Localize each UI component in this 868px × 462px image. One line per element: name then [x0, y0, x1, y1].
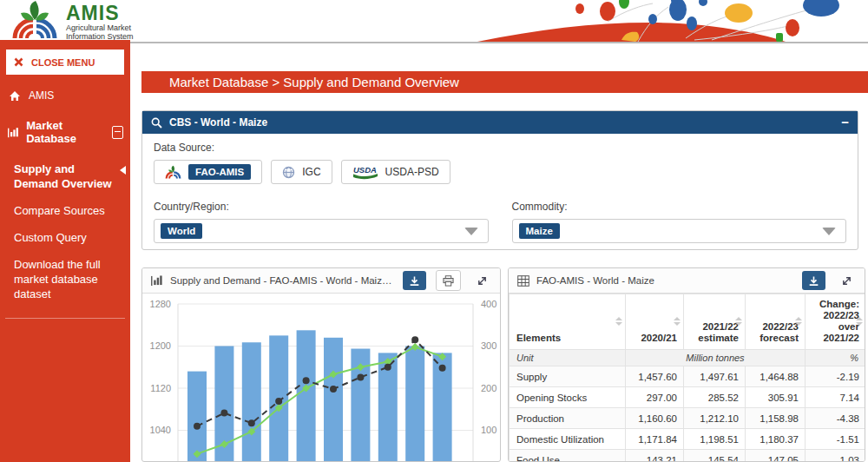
expand-table-button[interactable] [835, 271, 858, 290]
sort-icon[interactable] [856, 317, 863, 326]
value-cell: 147.05 [746, 450, 806, 462]
active-item-arrow-icon [120, 166, 126, 175]
source-button-usda-psd[interactable]: USDA USDA-PSD [341, 160, 450, 184]
sidebar-item-label: Download the full market database datase… [14, 258, 101, 300]
table-header-row: Elements2020/212021/22estimate2022/23for… [510, 294, 866, 350]
table-row: Production1,160.601,212.101,158.98-4.38 [510, 408, 866, 429]
value-cell: -1.51 [806, 429, 866, 450]
sidebar-item-amis[interactable]: AMIS [0, 82, 130, 109]
value-cell: 145.54 [684, 450, 746, 462]
chart-panel: Supply and Demand - FAO-AMIS - World - M… [141, 267, 501, 462]
element-name-cell: Opening Stocks [510, 387, 626, 408]
close-menu-button[interactable]: CLOSE MENU [6, 50, 124, 75]
download-icon [808, 275, 819, 287]
search-icon [151, 117, 162, 129]
sort-icon[interactable] [674, 317, 681, 326]
dashed-line-marker [411, 336, 418, 343]
sidebar-item-label: Custom Query [14, 231, 87, 244]
printer-icon [443, 275, 454, 287]
unit-change-cell: % [806, 350, 866, 366]
element-name-cell: Supply [510, 366, 626, 387]
unit-label-cell: Unit [510, 350, 626, 366]
left-axis-tick-label: 1200 [150, 340, 171, 351]
sidebar-item-label: Compare Sources [14, 204, 105, 217]
sidebar-item-label: AMIS [29, 89, 54, 102]
column-header[interactable]: 2021/22estimate [684, 294, 746, 350]
value-cell: 1,158.98 [746, 408, 806, 429]
right-axis-tick-label: 300 [481, 340, 496, 351]
sidebar-divider [5, 318, 125, 319]
value-cell: 143.21 [626, 450, 684, 462]
sort-icon[interactable] [735, 317, 742, 326]
bar [187, 372, 207, 462]
amis-logo[interactable]: AMIS Agricultural Market Information Sys… [10, 1, 134, 41]
column-header[interactable]: 2022/23forecast [746, 294, 806, 350]
commodity-select[interactable]: Maize [512, 219, 847, 243]
bar [242, 342, 261, 462]
column-header[interactable]: Change:2022/23over2021/22 [806, 294, 866, 350]
left-axis-tick-label: 1280 [150, 299, 171, 309]
country-region-select[interactable]: World [154, 219, 489, 243]
sort-icon[interactable] [615, 317, 622, 326]
logo-subtitle-1: Agricultural Market [66, 23, 134, 32]
amis-market-database-page: AMIS Agricultural Market Information Sys… [0, 0, 868, 462]
sidebar-item-supply-and-demand-overview[interactable]: Supply and Demand Overview [0, 155, 130, 197]
commodity-selected-badge: Maize [519, 223, 560, 239]
expand-icon [841, 275, 852, 287]
print-chart-button[interactable] [436, 270, 461, 291]
dashed-line-marker [303, 377, 310, 384]
data-source-buttons: FAO-AMIS IGC USDA USDA- [154, 160, 846, 184]
filter-panel-header: CBS - World - Maize − [142, 111, 858, 134]
unit-value-cell: Million tonnes [626, 350, 806, 366]
value-cell: -4.38 [806, 408, 866, 429]
collapse-section-icon[interactable] [112, 126, 123, 139]
data-source-label: Data Source: [154, 142, 846, 154]
element-name-cell: Food Use [510, 450, 626, 462]
bar-chart-icon [8, 127, 19, 138]
expand-chart-button[interactable] [470, 271, 494, 290]
value-cell: 1,160.60 [626, 408, 684, 429]
sidebar: CLOSE MENU AMIS Market Database Supply a… [0, 40, 130, 462]
svg-text:USDA: USDA [353, 165, 377, 175]
chevron-down-icon [822, 228, 836, 235]
table-body: Supply1,457.601,497.611,464.88-2.19Openi… [510, 366, 866, 462]
bar [324, 338, 343, 462]
download-chart-button[interactable] [403, 271, 426, 290]
column-header[interactable]: Elements [510, 294, 626, 350]
chart-panel-header: Supply and Demand - FAO-AMIS - World - M… [142, 268, 500, 294]
collapse-panel-icon[interactable]: − [841, 116, 849, 129]
value-cell: 1,464.88 [746, 366, 806, 387]
filter-panel-body: Data Source: FAO-AMIS [142, 134, 858, 243]
source-label: USDA-PSD [385, 166, 439, 178]
dashed-line-marker [194, 423, 201, 430]
breadcrumb: Market Database > Supply and Demand Over… [141, 71, 868, 93]
sidebar-item-market-database[interactable]: Market Database [0, 109, 130, 154]
left-axis-tick-label: 1120 [150, 383, 171, 393]
right-axis-tick-label: 100 [481, 425, 496, 435]
sidebar-item-custom-query[interactable]: Custom Query [0, 224, 130, 251]
usda-logo-icon: USDA [352, 165, 378, 180]
close-menu-label: CLOSE MENU [31, 57, 95, 68]
table-icon [517, 275, 529, 287]
chevron-down-icon [464, 228, 478, 235]
table-panel-title: FAO-AMIS - World - Maize [536, 275, 795, 286]
download-icon [409, 275, 420, 287]
table-row: Domestic Utilization1,171.841,198.511,18… [510, 429, 866, 450]
column-header[interactable]: 2020/21 [626, 294, 684, 350]
sort-icon[interactable] [795, 317, 802, 326]
right-axis-tick-label: 200 [481, 383, 496, 393]
sidebar-item-compare-sources[interactable]: Compare Sources [0, 197, 130, 224]
commodity-label: Commodity: [512, 201, 847, 213]
table-panel: FAO-AMIS - World - Maize Elements2020/21… [508, 267, 865, 462]
sidebar-section-label: Market Database [26, 119, 104, 145]
download-table-button[interactable] [802, 271, 825, 290]
source-button-igc[interactable]: IGC [271, 160, 332, 184]
sidebar-item-download-dataset[interactable]: Download the full market database datase… [0, 251, 130, 307]
dashed-line-marker [275, 398, 282, 405]
dashed-line-marker [385, 364, 391, 371]
source-button-fao-amis[interactable]: FAO-AMIS [154, 160, 262, 184]
table-row: Food Use143.21145.54147.051.03 [510, 450, 866, 462]
element-name-cell: Domestic Utilization [510, 429, 626, 450]
value-cell: 1,457.60 [626, 366, 684, 387]
country-selected-badge: World [161, 223, 202, 239]
